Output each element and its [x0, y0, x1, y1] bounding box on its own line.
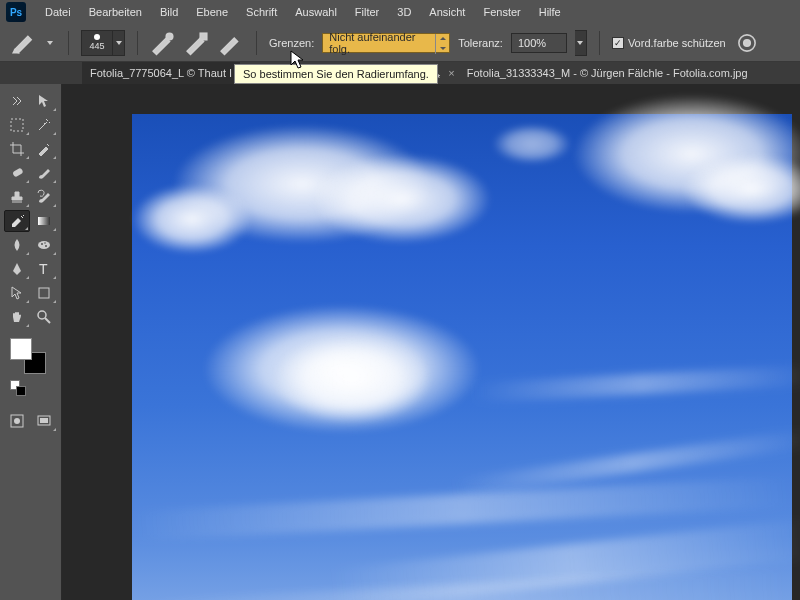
menu-hilfe[interactable]: Hilfe	[530, 2, 570, 22]
shape-tool[interactable]	[32, 282, 58, 304]
grenzen-label: Grenzen:	[269, 37, 314, 49]
svg-point-3	[743, 39, 750, 46]
work-area: T	[0, 84, 800, 600]
svg-rect-4	[11, 119, 23, 131]
divider	[256, 31, 257, 55]
toolbox: T	[0, 84, 62, 600]
svg-rect-12	[39, 288, 49, 298]
menu-schrift[interactable]: Schrift	[237, 2, 286, 22]
toleranz-dropdown[interactable]	[575, 30, 587, 56]
app-logo: Ps	[6, 2, 26, 22]
tooltip: So bestimmen Sie den Radierumfang.	[234, 64, 438, 84]
brush-dropdown[interactable]	[113, 30, 125, 56]
sampling-swatch-icon[interactable]	[218, 30, 244, 56]
crop-tool[interactable]	[4, 138, 30, 160]
svg-rect-6	[38, 217, 50, 225]
hand-tool[interactable]	[4, 306, 30, 328]
svg-rect-5	[12, 167, 24, 177]
wand-tool[interactable]	[32, 114, 58, 136]
tool-preset-dropdown[interactable]	[44, 30, 56, 56]
sponge-tool[interactable]	[32, 234, 58, 256]
toleranz-field[interactable]: 100%	[511, 33, 567, 53]
tab-close-button[interactable]: ×	[444, 62, 458, 84]
svg-point-8	[41, 243, 43, 245]
options-bar: 445 Grenzen: Nicht aufeinander folg. Tol…	[0, 24, 800, 62]
menu-3d[interactable]: 3D	[388, 2, 420, 22]
heal-tool[interactable]	[4, 162, 30, 184]
zoom-tool[interactable]	[32, 306, 58, 328]
grenzen-value: Nicht aufeinander folg.	[329, 31, 431, 55]
move-tool[interactable]	[32, 90, 58, 112]
tab-label: Fotolia_7775064_L © Thaut I	[90, 67, 232, 79]
divider	[137, 31, 138, 55]
pen-tool[interactable]	[4, 258, 30, 280]
screenmode-icon[interactable]	[32, 410, 58, 432]
menu-ansicht[interactable]: Ansicht	[420, 2, 474, 22]
sampling-once-icon[interactable]	[184, 30, 210, 56]
document-tab-inactive[interactable]: Fotolia_31333343_M - © Jürgen Fälchle - …	[459, 62, 756, 84]
svg-rect-17	[40, 418, 48, 423]
fg-color-swatch[interactable]	[10, 338, 32, 360]
default-colors-icon[interactable]	[10, 380, 32, 398]
protect-fg-label: Vord.farbe schützen	[628, 37, 726, 49]
divider	[68, 31, 69, 55]
eyedropper-tool[interactable]	[32, 138, 58, 160]
brush-dot-icon	[94, 34, 100, 40]
menu-auswahl[interactable]: Auswahl	[286, 2, 346, 22]
toleranz-value: 100%	[518, 37, 546, 49]
path-select-tool[interactable]	[4, 282, 30, 304]
document-tab-active[interactable]: Fotolia_7775064_L © Thaut I	[82, 62, 240, 84]
svg-point-15	[14, 418, 20, 424]
menu-bild[interactable]: Bild	[151, 2, 187, 22]
brush-tool[interactable]	[32, 162, 58, 184]
menubar: Ps Datei Bearbeiten Bild Ebene Schrift A…	[0, 0, 800, 24]
protect-fg-checkbox[interactable]: ✓ Vord.farbe schützen	[612, 37, 726, 49]
menu-datei[interactable]: Datei	[36, 2, 80, 22]
quickmask-icon[interactable]	[4, 410, 30, 432]
color-swatches[interactable]	[10, 338, 46, 374]
pressure-icon[interactable]	[734, 30, 760, 56]
svg-point-13	[38, 311, 46, 319]
divider	[599, 31, 600, 55]
svg-point-10	[44, 242, 46, 244]
sampling-continuous-icon[interactable]	[150, 30, 176, 56]
document-canvas[interactable]	[132, 114, 792, 600]
brush-size-label: 445	[89, 41, 104, 51]
marquee-tool[interactable]	[4, 114, 30, 136]
brush-preview[interactable]: 445	[81, 30, 113, 56]
svg-point-0	[166, 33, 173, 40]
menu-bearbeiten[interactable]: Bearbeiten	[80, 2, 151, 22]
spinner-icon[interactable]	[435, 34, 449, 54]
collapse-icon[interactable]	[4, 90, 30, 112]
type-tool[interactable]: T	[32, 258, 58, 280]
svg-point-9	[45, 245, 47, 247]
svg-text:T: T	[39, 261, 48, 277]
blur-tool[interactable]	[4, 234, 30, 256]
menu-fenster[interactable]: Fenster	[474, 2, 529, 22]
toleranz-label: Toleranz:	[458, 37, 503, 49]
history-brush-tool[interactable]	[32, 186, 58, 208]
checkbox-icon: ✓	[612, 37, 624, 49]
gradient-tool[interactable]	[32, 210, 57, 232]
grenzen-dropdown[interactable]: Nicht aufeinander folg.	[322, 33, 450, 53]
background-eraser-tool[interactable]	[4, 210, 30, 232]
menu-filter[interactable]: Filter	[346, 2, 388, 22]
stamp-tool[interactable]	[4, 186, 30, 208]
menu-ebene[interactable]: Ebene	[187, 2, 237, 22]
svg-rect-1	[200, 33, 207, 40]
svg-point-7	[38, 241, 50, 249]
tool-preset-icon[interactable]	[10, 30, 36, 56]
canvas-area[interactable]	[62, 84, 800, 600]
tab-label: Fotolia_31333343_M - © Jürgen Fälchle - …	[467, 67, 748, 79]
